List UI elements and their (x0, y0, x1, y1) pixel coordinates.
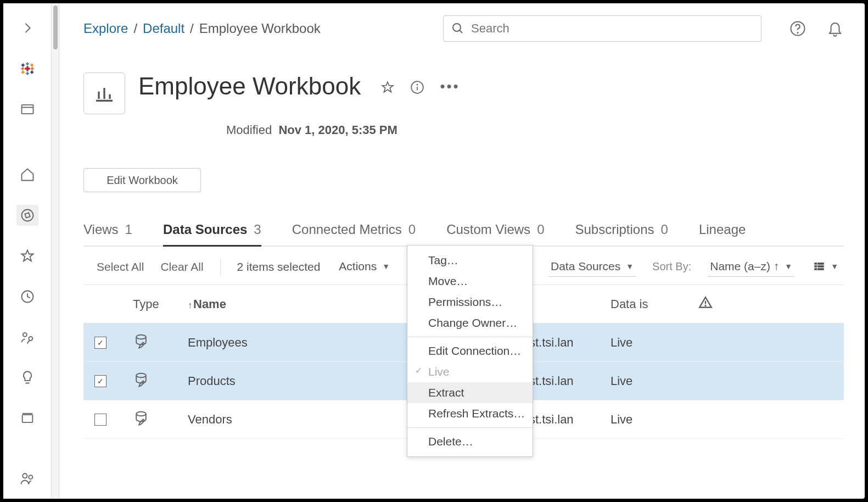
caret-down-icon: ▼ (831, 262, 838, 271)
selected-count: 2 items selected (237, 260, 321, 274)
select-all-link[interactable]: Select All (97, 260, 144, 274)
tab-connected-metrics[interactable]: Connected Metrics 0 (292, 222, 416, 247)
tab-label: Lineage (699, 222, 746, 237)
modified-value: Nov 1, 2020, 5:35 PM (278, 123, 397, 137)
caret-down-icon: ▼ (382, 262, 390, 271)
edit-workbook-button[interactable]: Edit Workbook (83, 168, 201, 192)
shared-icon[interactable] (16, 327, 38, 348)
tab-count: 1 (125, 222, 132, 237)
title-block: Employee Workbook ••• (138, 72, 460, 100)
datasource-icon (133, 333, 188, 353)
users-icon[interactable] (16, 468, 38, 489)
tab-data-sources[interactable]: Data Sources 3 (163, 222, 261, 247)
favorites-icon[interactable] (16, 246, 38, 266)
favorite-star-icon[interactable] (380, 72, 395, 100)
col-data-is[interactable]: Data is (611, 297, 698, 311)
menu-item-tag[interactable]: Tag… (407, 250, 533, 271)
menu-item-extract[interactable]: Extract (407, 382, 533, 403)
search-icon (451, 22, 464, 35)
svg-point-20 (21, 210, 33, 221)
show-as-value: Data Sources (551, 260, 620, 273)
menu-item-live: ✓ Live (407, 361, 533, 382)
svg-rect-47 (817, 269, 824, 270)
recents-icon[interactable] (16, 286, 38, 307)
tab-subscriptions[interactable]: Subscriptions 0 (575, 222, 668, 247)
search-input[interactable] (471, 21, 753, 36)
svg-point-33 (797, 32, 798, 33)
show-as-dropdown[interactable]: Data Sources ▼ (548, 256, 636, 277)
search-box[interactable] (443, 15, 761, 42)
modified-line: Modified Nov 1, 2020, 5:35 PM (83, 123, 844, 137)
svg-rect-17 (30, 71, 33, 72)
breadcrumb-project[interactable]: Default (143, 21, 184, 36)
explore-icon[interactable] (16, 205, 38, 226)
tab-lineage[interactable]: Lineage (699, 222, 746, 247)
caret-down-icon: ▼ (626, 262, 634, 271)
tab-label: Views (83, 222, 119, 237)
tab-label: Connected Metrics (292, 222, 402, 237)
row-checkbox[interactable]: ✓ (94, 375, 107, 387)
tab-views[interactable]: Views 1 (83, 222, 132, 247)
svg-point-24 (23, 332, 26, 336)
svg-rect-5 (22, 67, 23, 70)
svg-rect-9 (25, 68, 30, 70)
row-checkbox[interactable] (94, 414, 107, 426)
tab-label: Data Sources (163, 222, 247, 237)
svg-point-25 (29, 336, 32, 340)
clear-all-link[interactable]: Clear All (160, 260, 203, 274)
collections-icon[interactable] (16, 408, 38, 428)
svg-point-41 (417, 85, 418, 85)
tabs: Views 1 Data Sources 3 Connected Metrics… (83, 222, 844, 247)
info-icon[interactable] (410, 72, 424, 100)
view-mode-dropdown[interactable]: ▼ (811, 257, 841, 276)
window-icon[interactable] (16, 99, 38, 120)
menu-item-permissions[interactable]: Permissions… (407, 292, 533, 313)
sort-by-dropdown[interactable]: Name (a–z) ↑ ▼ (708, 256, 794, 277)
sort-by-label: Sort By: (652, 260, 691, 273)
svg-marker-38 (383, 82, 394, 92)
home-icon[interactable] (16, 164, 38, 185)
svg-rect-46 (817, 266, 824, 267)
svg-rect-15 (21, 71, 24, 72)
collapse-icon[interactable] (16, 18, 38, 38)
svg-point-30 (453, 24, 461, 31)
more-actions-icon[interactable]: ••• (440, 78, 460, 95)
breadcrumb-explore[interactable]: Explore (83, 21, 128, 36)
svg-rect-1 (26, 63, 29, 64)
tab-custom-views[interactable]: Custom Views 0 (446, 222, 544, 247)
actions-dropdown[interactable]: Actions ▼ (337, 256, 392, 277)
breadcrumb-sep: / (133, 21, 137, 36)
content-scrollbar[interactable] (52, 3, 59, 499)
svg-marker-21 (25, 213, 30, 217)
notifications-icon[interactable] (826, 20, 844, 37)
recommendations-icon[interactable] (16, 367, 38, 388)
row-data-is: Live (611, 374, 698, 388)
col-type[interactable]: Type (133, 297, 188, 311)
svg-rect-26 (22, 415, 32, 422)
breadcrumb-sep: / (190, 21, 194, 36)
menu-item-move[interactable]: Move… (407, 271, 533, 292)
col-alerts[interactable] (698, 295, 742, 313)
left-rail (3, 3, 52, 499)
svg-rect-3 (26, 72, 29, 74)
svg-rect-11 (21, 64, 24, 65)
menu-item-edit-connection[interactable]: Edit Connection… (407, 341, 533, 361)
breadcrumb-current: Employee Workbook (199, 21, 321, 36)
tab-count: 0 (537, 222, 544, 237)
svg-line-31 (460, 30, 462, 33)
help-icon[interactable] (789, 20, 807, 37)
svg-marker-22 (21, 250, 33, 261)
list-view-icon (813, 260, 825, 272)
scroll-thumb[interactable] (53, 5, 58, 49)
menu-item-delete[interactable]: Delete… (407, 431, 533, 452)
actions-menu: Tag… Move… Permissions… Change Owner… Ed… (407, 245, 533, 457)
menu-item-refresh-extracts[interactable]: Refresh Extracts… (407, 403, 533, 424)
row-checkbox[interactable]: ✓ (94, 337, 107, 349)
menu-item-change-owner[interactable]: Change Owner… (407, 313, 533, 333)
svg-rect-44 (815, 269, 817, 270)
svg-rect-43 (815, 266, 817, 267)
title-row: Employee Workbook ••• (83, 72, 844, 114)
datasource-icon (133, 410, 188, 430)
tableau-logo-icon[interactable] (16, 58, 38, 79)
toolbar-divider (220, 259, 221, 275)
